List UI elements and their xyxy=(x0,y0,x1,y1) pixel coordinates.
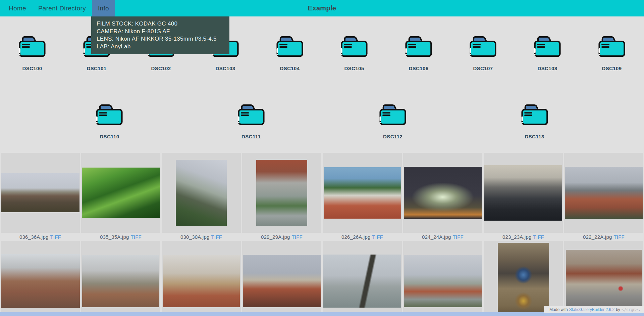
folder-item-dsc107[interactable]: DSC107 xyxy=(451,16,515,85)
folder-item-dsc109[interactable]: DSC109 xyxy=(580,16,644,85)
photo-cell xyxy=(403,241,482,316)
photo-grid: 036_36A.jpg TIFF 035_35A.jpg TIFF 030_30… xyxy=(0,153,644,316)
thumbnail-box xyxy=(242,241,321,316)
photo-thumbnail[interactable] xyxy=(163,255,240,307)
tiff-link[interactable]: TIFF xyxy=(211,234,222,240)
photo-thumbnail[interactable] xyxy=(404,167,482,219)
photo-cell: 024_24A.jpg TIFF xyxy=(403,153,482,241)
folder-label: DSC112 xyxy=(383,134,402,139)
folder-icon xyxy=(340,35,369,57)
photo-caption: 035_35A.jpg TIFF xyxy=(81,233,160,241)
photo-thumbnail[interactable] xyxy=(1,173,79,212)
photo-thumbnail[interactable] xyxy=(566,250,642,312)
info-tooltip-line: CAMERA: Nikon F-801S AF xyxy=(97,28,224,36)
photo-thumbnail[interactable] xyxy=(243,255,321,307)
thumbnail-box xyxy=(81,241,160,316)
photo-thumbnail[interactable] xyxy=(565,167,643,219)
thumbnail-box xyxy=(323,153,402,233)
photo-cell: 022_22A.jpg TIFF xyxy=(564,153,643,241)
photo-thumbnail[interactable] xyxy=(176,160,227,226)
tiff-link[interactable]: TIFF xyxy=(452,234,463,240)
tiff-link[interactable]: TIFF xyxy=(613,234,624,240)
nav-link-home[interactable]: Home xyxy=(3,0,32,16)
photo-caption: 036_36A.jpg TIFF xyxy=(1,233,80,241)
photo-thumbnail[interactable] xyxy=(324,167,401,219)
tiff-link[interactable]: TIFF xyxy=(130,234,141,240)
photo-cell: 035_35A.jpg TIFF xyxy=(81,153,160,241)
photo-caption: 024_24A.jpg TIFF xyxy=(403,233,482,241)
folder-item-dsc111[interactable]: DSC111 xyxy=(219,85,283,153)
nav-link-parent-directory[interactable]: Parent Directory xyxy=(32,0,92,16)
photo-cell xyxy=(323,241,402,316)
thumbnail-box xyxy=(484,241,563,316)
photo-filename: 022_22A.jpg xyxy=(583,234,612,240)
thumbnail-box xyxy=(564,241,643,316)
footer-made-with-text: Made with xyxy=(549,307,568,312)
photo-thumbnail[interactable] xyxy=(1,254,80,308)
photo-caption: 030_30A.jpg TIFF xyxy=(162,233,241,241)
folder-label: DSC111 xyxy=(241,134,261,139)
folder-label: DSC110 xyxy=(100,134,119,139)
folder-icon xyxy=(95,103,124,126)
thumbnail-box xyxy=(1,241,80,316)
footer-by-text: by xyxy=(616,307,620,312)
photo-filename: 023_23A.jpg xyxy=(502,234,531,240)
info-tooltip-line: FILM STOCK: KODAK GC 400 xyxy=(97,20,224,28)
photo-thumbnail[interactable] xyxy=(404,255,482,307)
folder-item-dsc113[interactable]: DSC113 xyxy=(502,85,567,153)
folder-item-dsc112[interactable]: DSC112 xyxy=(361,85,425,153)
folder-label: DSC105 xyxy=(344,65,364,71)
photo-thumbnail[interactable] xyxy=(498,243,549,316)
photo-cell xyxy=(242,241,321,316)
srgn-logo-link[interactable]: </srgn> xyxy=(622,307,638,312)
folder-icon xyxy=(469,35,497,57)
folder-item-dsc106[interactable]: DSC106 xyxy=(386,16,451,85)
folder-label: DSC108 xyxy=(537,65,557,71)
folder-label: DSC104 xyxy=(280,65,300,71)
photo-thumbnail[interactable] xyxy=(323,255,401,308)
tiff-link[interactable]: TIFF xyxy=(533,234,544,240)
folder-item-dsc100[interactable]: DSC100 xyxy=(0,16,64,85)
folder-label: DSC102 xyxy=(151,65,171,71)
thumbnail-box xyxy=(162,153,241,233)
footer-credit: Made with StaticGalleryBuilder 2.6.2 by … xyxy=(544,306,644,313)
nav-link-info[interactable]: Info xyxy=(92,0,115,16)
info-tooltip: FILM STOCK: KODAK GC 400CAMERA: Nikon F-… xyxy=(91,16,229,54)
photo-cell xyxy=(81,241,160,316)
photo-caption: 022_22A.jpg TIFF xyxy=(564,233,643,241)
folder-icon xyxy=(18,35,47,57)
photo-cell xyxy=(1,241,80,316)
photo-filename: 026_26A.jpg xyxy=(341,234,370,240)
folder-icon xyxy=(520,103,549,126)
thumbnail-box xyxy=(403,153,482,233)
photo-filename: 024_24A.jpg xyxy=(422,234,451,240)
photo-filename: 030_30A.jpg xyxy=(180,234,209,240)
thumbnail-box xyxy=(564,153,643,233)
tiff-link[interactable]: TIFF xyxy=(372,234,383,240)
folder-label: DSC107 xyxy=(473,65,493,71)
photo-thumbnail[interactable] xyxy=(256,160,307,226)
builder-link[interactable]: StaticGalleryBuilder 2.6.2 xyxy=(569,307,614,312)
folder-item-dsc110[interactable]: DSC110 xyxy=(77,85,142,153)
folder-icon xyxy=(404,35,433,57)
photo-cell: 030_30A.jpg TIFF xyxy=(162,153,241,241)
photo-thumbnail[interactable] xyxy=(82,255,159,307)
folder-icon xyxy=(597,35,626,57)
tiff-link[interactable]: TIFF xyxy=(291,234,302,240)
folder-item-dsc108[interactable]: DSC108 xyxy=(515,16,580,85)
photo-caption: 026_26A.jpg TIFF xyxy=(323,233,402,241)
thumbnail-box xyxy=(403,241,482,316)
photo-thumbnail[interactable] xyxy=(484,165,562,221)
info-tooltip-line: LAB: AnyLab xyxy=(97,43,224,51)
tiff-link[interactable]: TIFF xyxy=(50,234,61,240)
folder-label: DSC101 xyxy=(87,65,106,71)
navbar: Example HomeParent DirectoryInfo xyxy=(0,0,644,16)
folder-label: DSC109 xyxy=(602,65,622,71)
folder-item-dsc104[interactable]: DSC104 xyxy=(258,16,322,85)
photo-filename: 036_36A.jpg xyxy=(19,234,48,240)
photo-caption: 029_29A.jpg TIFF xyxy=(242,233,321,241)
photo-thumbnail[interactable] xyxy=(82,168,160,218)
photo-filename: 035_35A.jpg xyxy=(100,234,129,240)
folder-item-dsc105[interactable]: DSC105 xyxy=(322,16,386,85)
folder-label: DSC106 xyxy=(409,65,428,71)
